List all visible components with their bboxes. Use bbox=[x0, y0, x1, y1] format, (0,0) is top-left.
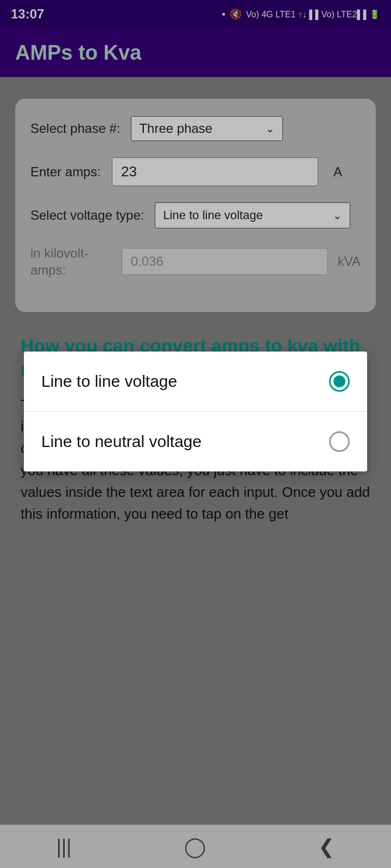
dropdown-option-line-to-neutral-label: Line to neutral voltage bbox=[41, 432, 201, 451]
dropdown-option-line-to-line[interactable]: Line to line voltage bbox=[24, 352, 367, 412]
radio-unselected-icon bbox=[329, 431, 350, 452]
dropdown-option-line-to-line-label: Line to line voltage bbox=[41, 372, 177, 391]
voltage-type-dropdown: Line to line voltage Line to neutral vol… bbox=[24, 352, 367, 471]
dropdown-option-line-to-neutral[interactable]: Line to neutral voltage bbox=[24, 412, 367, 471]
radio-selected-icon bbox=[329, 371, 350, 392]
